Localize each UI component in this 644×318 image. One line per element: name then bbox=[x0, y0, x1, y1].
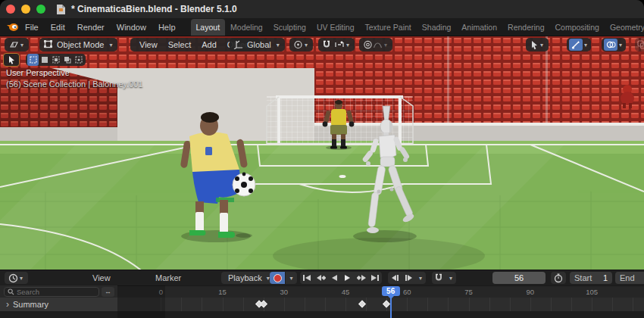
viewport-menu-view[interactable]: View bbox=[134, 40, 163, 49]
use-preview-range-button[interactable] bbox=[551, 272, 566, 284]
select-mode-intersect[interactable] bbox=[73, 54, 84, 66]
grid-line bbox=[243, 298, 244, 311]
ruler-tick-15: 15 bbox=[218, 288, 227, 296]
grid-line bbox=[284, 298, 285, 311]
document-icon bbox=[56, 4, 66, 15]
snap-options-dropdown[interactable]: ▾ bbox=[445, 272, 456, 284]
timeline-menu-view[interactable]: View bbox=[92, 270, 111, 285]
summary-label: Summary bbox=[13, 300, 48, 309]
playhead-frame-badge[interactable]: 56 bbox=[382, 286, 400, 296]
menu-help[interactable]: Help bbox=[152, 18, 182, 36]
grid-line bbox=[202, 298, 202, 311]
snap-magnet-icon bbox=[322, 40, 331, 49]
jump-to-end-button[interactable] bbox=[368, 272, 382, 284]
menu-window[interactable]: Window bbox=[111, 18, 152, 36]
tab-animation[interactable]: Animation bbox=[456, 19, 502, 36]
expand-chevron-icon[interactable]: › bbox=[6, 299, 9, 310]
search-input[interactable] bbox=[17, 288, 92, 296]
select-mode-subtract[interactable] bbox=[50, 54, 61, 66]
chevron-down-icon: ▾ bbox=[384, 42, 387, 48]
gizmo-icon[interactable] bbox=[569, 39, 583, 51]
jump-to-start-button[interactable] bbox=[300, 272, 314, 284]
tab-texture-paint[interactable]: Texture Paint bbox=[360, 19, 417, 36]
grid-line bbox=[366, 298, 367, 311]
playhead-frame-number: 56 bbox=[386, 287, 395, 295]
tab-layout[interactable]: Layout bbox=[191, 19, 226, 36]
search-field[interactable] bbox=[4, 287, 99, 297]
timeline-editor-type-button[interactable]: ▾ bbox=[5, 272, 28, 284]
menu-file[interactable]: File bbox=[19, 18, 45, 36]
frame-start-field[interactable]: Start 1 bbox=[570, 272, 612, 284]
timeline-clock-icon bbox=[8, 273, 18, 283]
select-mode-invert[interactable] bbox=[61, 54, 73, 66]
play-button[interactable] bbox=[341, 272, 355, 284]
tab-modeling[interactable]: Modeling bbox=[225, 19, 268, 36]
end-label: End bbox=[620, 273, 635, 282]
workspace-tabs: Layout Modeling Sculpting UV Editing Tex… bbox=[191, 18, 644, 36]
keyframe-diamond[interactable] bbox=[358, 301, 366, 308]
ruler-tick-105: 105 bbox=[586, 288, 598, 296]
menu-render[interactable]: Render bbox=[71, 18, 111, 36]
tab-geometry-nodes[interactable]: Geometry Nodes bbox=[605, 19, 644, 36]
current-frame-field[interactable]: 56 bbox=[492, 272, 546, 284]
overlays-toggle-group[interactable]: ▾ bbox=[602, 38, 626, 51]
minimize-button[interactable] bbox=[21, 5, 30, 14]
frame-end-field[interactable]: End 3 bbox=[615, 272, 644, 284]
viewport-menu-add[interactable]: Add bbox=[196, 40, 222, 49]
blender-logo-icon[interactable] bbox=[6, 22, 19, 32]
previous-keyframe-button[interactable] bbox=[314, 272, 327, 284]
select-mode-extend[interactable] bbox=[39, 54, 50, 66]
tab-sculpting[interactable]: Sculpting bbox=[268, 19, 311, 36]
mode-dropdown[interactable]: Object Mode ▾ bbox=[39, 38, 117, 51]
tab-rendering[interactable]: Rendering bbox=[502, 19, 549, 36]
overlays-icon[interactable] bbox=[604, 39, 617, 51]
arrows-lr-icon: ↔ bbox=[105, 288, 111, 295]
viewport-editor-icon bbox=[8, 40, 19, 49]
step-back-button[interactable] bbox=[388, 272, 402, 284]
close-button[interactable] bbox=[6, 5, 15, 14]
grid-line bbox=[551, 298, 552, 311]
start-value: 1 bbox=[603, 273, 608, 282]
chevron-down-icon: ▾ bbox=[346, 42, 349, 48]
grid-line bbox=[325, 298, 326, 311]
summary-channel-row[interactable]: › Summary bbox=[0, 298, 117, 311]
grid-line bbox=[592, 298, 592, 311]
step-forward-button[interactable] bbox=[402, 272, 415, 284]
next-keyframe-button[interactable] bbox=[355, 272, 368, 284]
grid-line bbox=[489, 298, 490, 311]
record-dot-icon bbox=[274, 274, 282, 282]
gizmos-toggle-group[interactable]: ▾ bbox=[567, 38, 591, 51]
playback-menu[interactable]: Playback ▾ bbox=[221, 272, 275, 284]
snap-with-icon bbox=[334, 40, 345, 49]
grid-line bbox=[633, 298, 633, 311]
auto-keying-dropdown[interactable]: ▾ bbox=[286, 272, 297, 284]
viewport-3d[interactable]: ▾ Object Mode ▾ View Select Add Object G… bbox=[0, 36, 644, 270]
ruler-tick-30: 30 bbox=[280, 288, 289, 296]
zoom-button[interactable] bbox=[36, 5, 45, 14]
play-reverse-button[interactable] bbox=[327, 272, 341, 284]
viewport-menu-select[interactable]: Select bbox=[163, 40, 197, 49]
select-mode-set[interactable] bbox=[27, 54, 39, 66]
step-options-dropdown[interactable]: ▾ bbox=[415, 272, 426, 284]
timeline-snap-magnet-icon[interactable] bbox=[432, 272, 445, 284]
active-tool-button[interactable] bbox=[3, 53, 20, 67]
tab-shading[interactable]: Shading bbox=[417, 19, 457, 36]
xray-toggle[interactable] bbox=[635, 38, 644, 51]
auto-keying-toggle[interactable] bbox=[270, 272, 285, 284]
transform-orientation-dropdown[interactable]: Global ▾ bbox=[230, 38, 285, 51]
title-bar: * CinematicaBien.blend - Blender 5.1.0 bbox=[0, 0, 644, 18]
filter-toggle-button[interactable]: ↔ bbox=[102, 287, 114, 297]
editor-type-button[interactable]: ▾ bbox=[5, 38, 29, 51]
selectability-dropdown[interactable]: ▾ bbox=[526, 38, 549, 51]
timeline-menu-marker[interactable]: Marker bbox=[155, 270, 181, 285]
proportional-editing-controls[interactable]: ▾ bbox=[359, 38, 392, 51]
snap-controls[interactable]: ▾ bbox=[318, 38, 355, 51]
menu-edit[interactable]: Edit bbox=[45, 18, 71, 36]
pivot-point-dropdown[interactable]: ▾ bbox=[289, 38, 313, 51]
tab-compositing[interactable]: Compositing bbox=[550, 19, 605, 36]
xray-icon bbox=[637, 40, 644, 49]
current-frame-value: 56 bbox=[514, 273, 524, 282]
tab-uv-editing[interactable]: UV Editing bbox=[311, 19, 360, 36]
chevron-down-icon: ▾ bbox=[619, 42, 622, 48]
frame-step-controls: ▾ bbox=[388, 272, 426, 284]
